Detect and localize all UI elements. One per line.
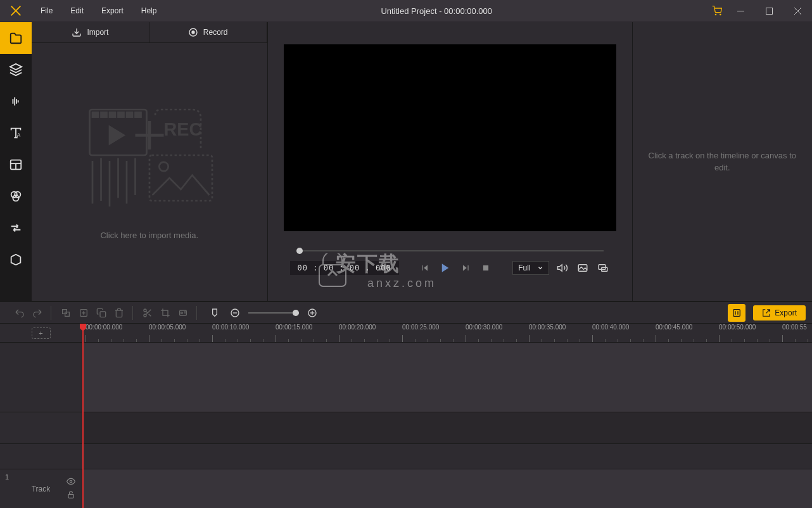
playback-controls: 00 : 00 : 00 . 000 Full xyxy=(284,251,616,284)
duplicate-button[interactable] xyxy=(94,306,108,320)
svg-rect-68 xyxy=(733,309,740,316)
zoom-handle[interactable] xyxy=(293,310,299,316)
settings-icon xyxy=(732,308,742,318)
import-dropzone[interactable]: REC Click here to import media. xyxy=(32,43,267,301)
ruler-tick: 00:00:30.000 xyxy=(466,324,502,331)
media-placeholder-icon: REC xyxy=(80,104,219,218)
track-slot-1 xyxy=(0,343,812,412)
render-settings-button[interactable] xyxy=(728,304,745,322)
sidebar-elements[interactable] xyxy=(0,244,32,276)
window-controls xyxy=(707,0,812,22)
track-visibility-icon[interactable] xyxy=(67,477,75,488)
ruler-tick: 00:00:10.000 xyxy=(212,324,249,331)
ruler-tick: 00:00:55 xyxy=(782,324,807,331)
svg-rect-28 xyxy=(149,155,212,201)
sidebar-audio[interactable] xyxy=(0,86,32,117)
sidebar-overlay[interactable] xyxy=(0,149,32,181)
track-footer: 1 Track xyxy=(0,469,812,508)
inspector-hint: Click a track on the timeline or canvas … xyxy=(645,149,799,174)
svg-rect-24 xyxy=(127,113,132,117)
track-body-2[interactable] xyxy=(82,412,812,443)
export-button[interactable]: Export xyxy=(753,305,806,321)
import-tab[interactable]: Import xyxy=(32,22,149,42)
track-lock-icon[interactable] xyxy=(67,490,75,501)
menu-help[interactable]: Help xyxy=(132,0,166,22)
play-button[interactable] xyxy=(438,261,452,275)
preview-panel: 00 : 00 : 00 . 000 Full xyxy=(268,22,633,301)
menu-file[interactable]: File xyxy=(32,0,61,22)
svg-marker-26 xyxy=(110,127,124,144)
snapshot-button[interactable] xyxy=(576,261,590,275)
maximize-button[interactable] xyxy=(755,0,783,22)
svg-rect-53 xyxy=(100,312,106,317)
scrub-bar[interactable] xyxy=(296,250,604,251)
svg-rect-43 xyxy=(483,265,488,270)
add-button[interactable] xyxy=(77,306,91,320)
scrub-handle[interactable] xyxy=(296,248,303,254)
stop-button[interactable] xyxy=(479,261,493,275)
media-panel: Import Record REC xyxy=(32,22,268,301)
prev-frame-button[interactable] xyxy=(418,261,432,275)
record-icon xyxy=(188,27,198,37)
playhead[interactable] xyxy=(82,324,84,508)
sidebar-layers[interactable] xyxy=(0,54,32,86)
next-frame-button[interactable] xyxy=(459,261,473,275)
marker-button[interactable] xyxy=(208,306,222,320)
menu-export[interactable]: Export xyxy=(92,0,132,22)
ruler-ticks[interactable]: 00:00:00.00000:00:05.00000:00:10.00000:0… xyxy=(82,324,812,342)
svg-text:A: A xyxy=(17,132,21,138)
svg-marker-38 xyxy=(424,265,428,271)
timeline: + 00:00:00.00000:00:05.00000:00:10.00000… xyxy=(0,323,812,508)
zoom-out-button[interactable] xyxy=(228,306,242,320)
app-logo xyxy=(0,0,32,22)
video-canvas[interactable] xyxy=(284,44,616,231)
svg-point-15 xyxy=(13,195,18,201)
zoom-slider[interactable] xyxy=(248,312,299,314)
add-track-button[interactable]: + xyxy=(32,327,51,339)
svg-rect-72 xyxy=(68,494,73,498)
sidebar-media[interactable] xyxy=(0,22,32,54)
track-slot-2 xyxy=(0,412,812,444)
track-body-1[interactable] xyxy=(82,343,812,412)
svg-marker-44 xyxy=(557,265,562,272)
zoom-in-button[interactable] xyxy=(305,306,319,320)
ruler-tick: 00:00:25.000 xyxy=(402,324,439,331)
timecode: 00 : 00 : 00 . 000 xyxy=(290,261,399,275)
main-area: A Import Record REC xyxy=(0,22,812,301)
chevron-down-icon xyxy=(537,265,543,271)
menu-edit[interactable]: Edit xyxy=(61,0,92,22)
add-track-area: + xyxy=(0,324,82,342)
sidebar: A xyxy=(0,22,32,301)
ruler-tick: 00:00:05.000 xyxy=(149,324,186,331)
quality-select[interactable]: Full xyxy=(512,261,549,275)
window-title: Untitled Project - 00:00:00.000 xyxy=(165,6,707,16)
inspector-panel: Click a track on the timeline or canvas … xyxy=(633,22,812,301)
cut-button[interactable] xyxy=(141,306,155,320)
group-button[interactable] xyxy=(59,306,73,320)
svg-point-14 xyxy=(15,192,20,198)
svg-point-18 xyxy=(192,31,194,34)
minimize-button[interactable] xyxy=(726,0,755,22)
cart-icon[interactable] xyxy=(707,6,726,16)
close-button[interactable] xyxy=(783,0,812,22)
svg-point-55 xyxy=(144,314,146,317)
render-button[interactable] xyxy=(176,306,190,320)
svg-line-57 xyxy=(149,314,151,316)
undo-button[interactable] xyxy=(13,306,27,320)
delete-button[interactable] xyxy=(112,306,126,320)
timeline-ruler[interactable]: + 00:00:00.00000:00:05.00000:00:10.00000… xyxy=(0,324,812,343)
crop-button[interactable] xyxy=(158,306,172,320)
sidebar-filters[interactable] xyxy=(0,181,32,212)
fullscreen-button[interactable] xyxy=(596,261,610,275)
redo-button[interactable] xyxy=(30,306,44,320)
svg-point-71 xyxy=(70,480,72,483)
ruler-tick: 00:00:45.000 xyxy=(656,324,692,331)
track-footer-body[interactable] xyxy=(82,469,812,508)
track-footer-head: 1 Track xyxy=(0,469,82,508)
main-menu: File Edit Export Help xyxy=(32,0,165,22)
volume-button[interactable] xyxy=(555,261,569,275)
sidebar-transitions[interactable] xyxy=(0,212,32,244)
svg-rect-25 xyxy=(135,113,141,117)
sidebar-text[interactable]: A xyxy=(0,117,32,149)
record-tab[interactable]: Record xyxy=(149,22,267,42)
